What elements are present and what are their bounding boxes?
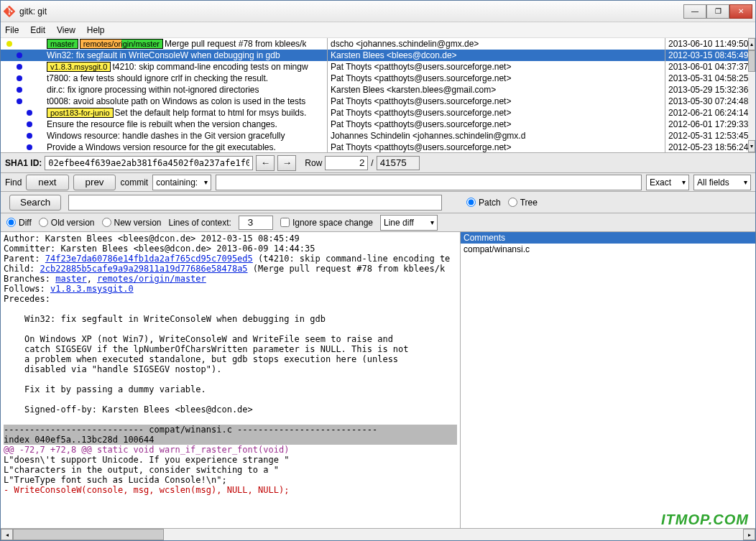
follows-link[interactable]: v1.8.3.msysgit.0 [50,284,134,294]
date-cell[interactable]: 2013-05-29 15:32:36 [665,84,748,96]
date-cell[interactable]: 2013-05-30 07:24:48 [665,96,748,107]
close-button[interactable]: ✕ [729,4,752,19]
commit-row[interactable]: t7800: a few tests should ignore crlf in… [1,73,327,84]
file-item[interactable]: compat/winansi.c [461,244,755,255]
file-list-header[interactable]: Comments [461,232,755,244]
child-link[interactable]: 2cb22885b5cafe9a9a29811a19d77686e58478a5 [40,264,248,274]
commit-row[interactable]: post183-for-junioSet the default help fo… [1,107,327,119]
sha-input[interactable] [45,156,253,170]
commit-row[interactable]: Provide a Windows version resource for t… [1,142,327,152]
scroll-left-icon[interactable]: ◂ [1,529,13,540]
commit-row[interactable]: Win32: fix segfault in WriteConsoleW whe… [1,50,327,61]
date-cell[interactable]: 2013-06-01 04:37:37 [665,61,748,73]
scroll-right-icon[interactable]: ▸ [743,529,755,540]
commit-message: t4210: skip command-line encoding tests … [112,62,308,72]
commit-scrollbar[interactable]: ▴ ▾ [748,38,755,152]
author-cell[interactable]: Pat Thoyts <patthoyts@users.sourceforge.… [328,73,665,84]
date-cell[interactable]: 2013-06-10 11:49:50 [665,38,748,50]
ref-label[interactable]: master [47,39,78,49]
ref-label[interactable]: v1.8.3.msysgit.0 [47,62,111,72]
sha-bar: SHA1 ID: ← → Row / [1,153,755,173]
author-cell[interactable]: Pat Thoyts <patthoyts@users.sourceforge.… [328,61,665,73]
find-bar: Find next prev commit containing: Exact … [1,173,755,192]
date-cell[interactable]: 2012-05-23 18:56:24 [665,142,748,152]
diff-deleted-line: - WriteConsoleW(console, msg, wcslen(msg… [4,485,457,495]
commit-message: dir.c: fix ignore processing within not-… [47,85,259,95]
find-label: Find [5,177,22,188]
lines-context-spinner[interactable] [239,216,273,230]
find-input[interactable] [216,175,642,190]
author-cell[interactable]: Karsten Blees <karsten.blees@gmail.com> [328,84,665,96]
author-cell[interactable]: Johannes Schindelin <johannes.schindelin… [328,130,665,142]
diff-options-bar: Diff Old version New version Lines of co… [1,213,461,232]
date-cell[interactable]: 2012-06-01 17:29:33 [665,119,748,130]
scroll-up-icon[interactable]: ▴ [748,38,755,50]
scroll-down-icon[interactable]: ▾ [748,140,755,152]
watermark: ITMOP.COM [661,512,749,528]
commit-message: Win32: fix segfault in WriteConsoleW whe… [47,50,280,60]
commit-message: Set the default help format to html for … [115,108,307,118]
commit-row[interactable]: v1.8.3.msysgit.0t4210: skip command-line… [1,61,327,73]
file-list-pane[interactable]: Comments compat/winansi.c [461,232,755,528]
search-button[interactable]: Search [9,195,61,211]
commit-row[interactable]: masterremotes/origin/masterMerge pull re… [1,38,327,50]
commit-node-icon [17,52,22,58]
new-version-radio[interactable] [102,218,111,227]
commit-row[interactable]: Windows resource: handle dashes in the G… [1,130,327,142]
git-icon [4,6,15,17]
find-exact-combo[interactable]: Exact [646,175,689,190]
commit-row[interactable]: t0008: avoid absolute path on Windows as… [1,96,327,107]
row-number-input[interactable] [325,156,368,170]
author-cell[interactable]: Pat Thoyts <patthoyts@users.sourceforge.… [328,142,665,152]
commit-node-icon [17,98,22,104]
ref-label[interactable]: post183-for-junio [47,108,114,118]
author-cell[interactable]: Pat Thoyts <patthoyts@users.sourceforge.… [328,107,665,119]
commit-node-icon [27,144,32,150]
tree-radio[interactable] [508,198,517,207]
back-button[interactable]: ← [256,155,275,171]
menu-help[interactable]: Help [87,25,105,35]
maximize-button[interactable]: ❐ [706,4,729,19]
minimize-button[interactable]: — [683,4,706,19]
line-diff-combo[interactable]: Line diff [380,215,438,231]
date-cell[interactable]: 2012-03-15 08:45:49 [665,50,748,61]
commit-list[interactable]: masterremotes/origin/masterMerge pull re… [1,38,328,152]
patch-radio[interactable] [466,198,476,207]
diff-pane[interactable]: Author: Karsten Blees <blees@dcon.de> 20… [1,232,461,528]
commit-row[interactable]: Ensure the resource file is rebuilt when… [1,119,327,130]
hscroll-thumb[interactable] [13,529,164,540]
branch-master-link[interactable]: master [55,274,86,284]
date-cell[interactable]: 2012-06-21 06:24:14 [665,107,748,119]
commit-node-icon [27,133,32,139]
branch-remote-link[interactable]: remotes/origin/master [97,274,206,284]
search-bar: Search [1,192,461,213]
date-list[interactable]: 2013-06-10 11:49:502012-03-15 08:45:4920… [665,38,755,152]
author-cell[interactable]: Pat Thoyts <patthoyts@users.sourceforge.… [328,96,665,107]
scroll-thumb[interactable] [748,50,755,72]
diff-radio[interactable] [6,218,16,227]
view-mode-bar: Patch Tree [461,192,755,213]
row-label: Row [305,158,322,168]
menubar: File Edit View Help [1,22,755,38]
ignore-space-checkbox[interactable] [280,218,290,227]
ref-label[interactable]: remotes/origin/master [80,39,163,49]
horizontal-scrollbar[interactable]: ◂ ▸ [1,528,755,540]
menu-file[interactable]: File [5,25,19,35]
find-prev-button[interactable]: prev [73,175,116,190]
find-type-combo[interactable]: containing: [152,175,211,190]
search-input[interactable] [68,195,442,211]
find-fields-combo[interactable]: All fields [693,175,751,190]
parent-link[interactable]: 74f23e7da60786e14fb1da2af765cd95c7095ed5 [45,254,253,264]
author-list[interactable]: dscho <johannes.schindelin@gmx.de>Karste… [328,38,665,152]
author-cell[interactable]: Karsten Blees <blees@dcon.de> [328,50,665,61]
old-version-radio[interactable] [39,218,48,227]
find-next-button[interactable]: next [26,175,68,190]
author-cell[interactable]: dscho <johannes.schindelin@gmx.de> [328,38,665,50]
date-cell[interactable]: 2012-05-31 12:53:45 [665,130,748,142]
menu-view[interactable]: View [57,25,75,35]
date-cell[interactable]: 2013-05-31 04:58:25 [665,73,748,84]
forward-button[interactable]: → [277,155,296,171]
author-cell[interactable]: Pat Thoyts <patthoyts@users.sourceforge.… [328,119,665,130]
menu-edit[interactable]: Edit [30,25,45,35]
commit-row[interactable]: dir.c: fix ignore processing within not-… [1,84,327,96]
